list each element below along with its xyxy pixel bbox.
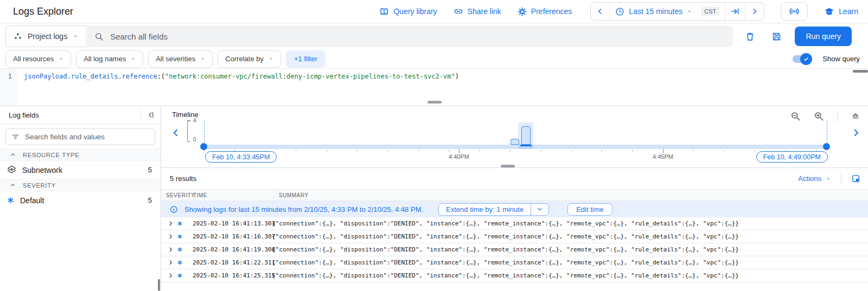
- preferences-button[interactable]: Preferences: [518, 7, 572, 16]
- expand-row-icon[interactable]: [161, 273, 174, 279]
- timeline-tick-label: 4:45PM: [650, 153, 676, 160]
- timeline-scroll-right-icon[interactable]: [851, 128, 861, 138]
- link-icon: [454, 7, 463, 16]
- zoom-out-icon[interactable]: [790, 111, 801, 121]
- timezone-badge[interactable]: CST: [701, 7, 719, 16]
- log-row[interactable]: 2025-02-10 16:41:22.311 {"connection":{……: [161, 256, 868, 269]
- timeline-selection-strip: [520, 145, 532, 146]
- section-severity[interactable]: SEVERITY: [0, 179, 161, 191]
- y-axis-min: 0: [193, 137, 196, 143]
- edit-time-button[interactable]: Edit time: [567, 203, 612, 216]
- time-range-dropdown[interactable]: Last 15 minutes CST: [609, 3, 725, 20]
- open-fullscreen-icon[interactable]: [851, 174, 860, 183]
- jump-to-now-button[interactable]: [725, 3, 745, 20]
- show-query-label: Show query: [822, 55, 860, 63]
- time-back-button[interactable]: [591, 3, 609, 20]
- log-row[interactable]: 2025-02-10 16:41:19.308 {"connection":{……: [161, 243, 868, 256]
- log-fields-panel: Log fields RESOURCE TYPE: [0, 106, 161, 291]
- query-editor[interactable]: 1 jsonPayload.rule_details.reference:("n…: [0, 68, 868, 106]
- caret-down-icon: [73, 34, 78, 39]
- search-all-fields: [86, 25, 733, 47]
- all-severities-dropdown[interactable]: All severities: [148, 50, 213, 68]
- log-row[interactable]: 2025-02-10 16:41:16.307 {"connection":{……: [161, 230, 868, 243]
- extend-time-button[interactable]: Extend time by: 1 minute: [438, 203, 549, 216]
- stream-logs-button[interactable]: [781, 2, 808, 21]
- expand-row-icon[interactable]: [161, 260, 174, 266]
- time-forward-button[interactable]: [745, 3, 764, 20]
- actions-dropdown[interactable]: Actions: [798, 174, 831, 183]
- query-field-token: jsonPayload.rule_details.reference: [24, 73, 157, 80]
- collapse-timeline-icon[interactable]: [851, 111, 860, 121]
- column-time: TIME: [188, 190, 274, 201]
- time-range-control: Last 15 minutes CST: [590, 2, 764, 21]
- column-summary: SUMMARY: [274, 192, 868, 198]
- expand-row-icon[interactable]: [161, 247, 174, 253]
- timeline-panel: Timeline: [161, 106, 868, 168]
- extend-time-caret[interactable]: [531, 204, 548, 215]
- log-row[interactable]: 2025-02-10 16:41:13.303 {"connection":{……: [161, 217, 868, 230]
- main-content: Log fields RESOURCE TYPE: [0, 106, 868, 291]
- search-all-fields-input[interactable]: [110, 32, 724, 41]
- log-summary: {"connection":{…}, "disposition":"DENIED…: [272, 272, 868, 279]
- fields-search-input[interactable]: [25, 133, 149, 141]
- timeline-bar-1[interactable]: [510, 139, 519, 145]
- collapse-panel-icon[interactable]: [146, 111, 155, 119]
- caret-down-icon: [269, 56, 273, 61]
- timeline-minor-ticks: [204, 150, 827, 152]
- log-summary: {"connection":{…}, "disposition":"DENIED…: [272, 233, 868, 240]
- editor-resize-handle[interactable]: [427, 101, 442, 104]
- filter-bar: All resources All log names All severiti…: [0, 49, 868, 68]
- share-link-button[interactable]: Share link: [454, 7, 501, 16]
- fields-panel-scrollbar[interactable]: [158, 279, 160, 291]
- range-start-pill[interactable]: Feb 10, 4:33:45PM: [205, 151, 277, 163]
- page-title: Logs Explorer: [13, 6, 73, 17]
- field-item-subnetwork[interactable]: Subnetwork 5: [0, 161, 161, 179]
- timeline-scroll-left-icon[interactable]: [171, 128, 181, 138]
- query-text[interactable]: jsonPayload.rule_details.reference:("net…: [24, 73, 846, 80]
- correlate-by-dropdown[interactable]: Correlate by: [218, 50, 281, 68]
- delete-query-icon[interactable]: [745, 31, 755, 42]
- timeline-y-axis: [187, 120, 190, 142]
- learn-button[interactable]: Learn: [824, 7, 858, 17]
- field-item-default-severity[interactable]: Default 5: [0, 191, 161, 209]
- range-start-line: [204, 120, 205, 145]
- timeline-track[interactable]: [204, 145, 827, 149]
- section-resource-type[interactable]: RESOURCE TYPE: [0, 148, 161, 161]
- fields-search-box: [5, 128, 155, 145]
- gear-icon: [518, 7, 527, 16]
- timeline-bar-2[interactable]: [521, 126, 531, 145]
- query-bar: Project logs Run query: [0, 23, 868, 49]
- jump-to-now-icon: [731, 7, 739, 16]
- log-summary: {"connection":{…}, "disposition":"DENIED…: [272, 246, 868, 253]
- run-query-button[interactable]: Run query: [795, 27, 852, 46]
- range-end-handle[interactable]: [823, 143, 830, 150]
- all-log-names-dropdown[interactable]: All log names: [76, 50, 143, 68]
- save-query-icon[interactable]: [771, 31, 782, 42]
- query-value-token: "network:consumer-vpc/firewall:deny-icmp…: [165, 73, 455, 80]
- query-library-button[interactable]: Query library: [379, 7, 437, 16]
- all-resources-dropdown[interactable]: All resources: [5, 50, 71, 68]
- log-time: 2025-02-10 16:41:16.307: [186, 233, 272, 240]
- caret-down-icon: [826, 176, 831, 182]
- range-end-pill[interactable]: Feb 10, 4:49:00PM: [756, 151, 828, 163]
- log-time: 2025-02-10 16:41:13.303: [186, 220, 272, 227]
- column-severity: SEVERITY: [161, 190, 188, 201]
- top-header: Logs Explorer Query library Share link P…: [0, 0, 868, 23]
- range-start-handle[interactable]: [200, 143, 207, 150]
- expand-row-icon[interactable]: [161, 221, 174, 227]
- results-column-headers: SEVERITY TIME SUMMARY: [161, 189, 868, 201]
- caret-down-icon: [59, 56, 63, 61]
- editor-horizontal-scrollbar[interactable]: [853, 70, 868, 73]
- chevron-up-icon: [10, 182, 16, 188]
- stream-logs-icon: [789, 6, 800, 17]
- log-scope-dropdown[interactable]: Project logs: [5, 25, 86, 47]
- log-time: 2025-02-10 16:41:25.315: [186, 272, 272, 279]
- extra-filter-chip[interactable]: +1 filter: [286, 50, 326, 68]
- timeline-resize-handle[interactable]: [501, 165, 515, 167]
- info-icon: [170, 205, 178, 214]
- field-count: 5: [148, 166, 152, 174]
- log-row[interactable]: 2025-02-10 16:41:25.315 {"connection":{……: [161, 269, 868, 282]
- zoom-in-icon[interactable]: [814, 111, 824, 121]
- show-query-toggle[interactable]: [792, 53, 812, 65]
- expand-row-icon[interactable]: [161, 234, 174, 240]
